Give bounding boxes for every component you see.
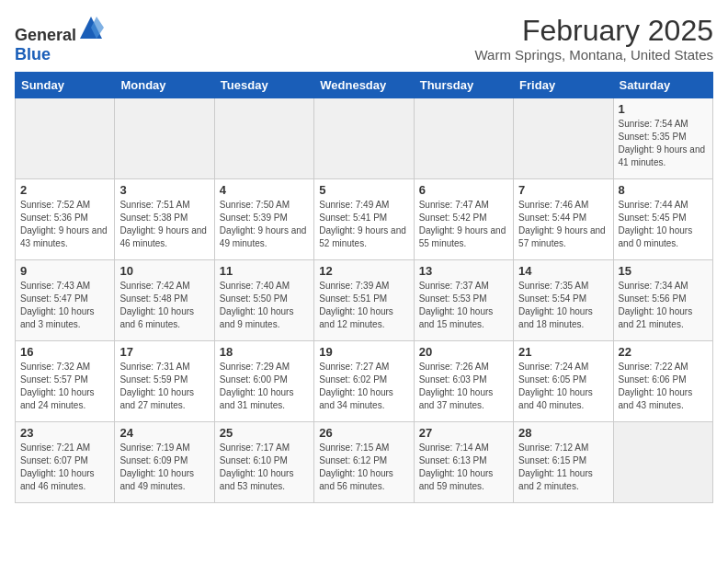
- calendar-cell: 4Sunrise: 7:50 AM Sunset: 5:39 PM Daylig…: [214, 179, 313, 260]
- day-number: 25: [220, 426, 309, 440]
- header-monday: Monday: [115, 73, 214, 98]
- calendar-cell: 1Sunrise: 7:54 AM Sunset: 5:35 PM Daylig…: [613, 98, 712, 179]
- calendar-week-3: 9Sunrise: 7:43 AM Sunset: 5:47 PM Daylig…: [16, 260, 713, 341]
- day-number: 20: [419, 345, 508, 359]
- calendar-cell: 20Sunrise: 7:26 AM Sunset: 6:03 PM Dayli…: [414, 341, 513, 422]
- day-number: 27: [419, 426, 508, 440]
- calendar-week-5: 23Sunrise: 7:21 AM Sunset: 6:07 PM Dayli…: [16, 422, 713, 503]
- day-info: Sunrise: 7:34 AM Sunset: 5:56 PM Dayligh…: [619, 280, 708, 331]
- day-number: 2: [20, 183, 109, 197]
- calendar-cell: 25Sunrise: 7:17 AM Sunset: 6:10 PM Dayli…: [214, 422, 313, 503]
- day-number: 10: [119, 264, 209, 278]
- calendar-cell: 14Sunrise: 7:35 AM Sunset: 5:54 PM Dayli…: [514, 260, 613, 341]
- calendar-cell: [16, 98, 115, 179]
- calendar-cell: 8Sunrise: 7:44 AM Sunset: 5:45 PM Daylig…: [613, 179, 712, 260]
- calendar-cell: 2Sunrise: 7:52 AM Sunset: 5:36 PM Daylig…: [16, 179, 115, 260]
- calendar-cell: 21Sunrise: 7:24 AM Sunset: 6:05 PM Dayli…: [514, 341, 613, 422]
- logo-text: General Blue: [15, 15, 104, 64]
- calendar-cell: 18Sunrise: 7:29 AM Sunset: 6:00 PM Dayli…: [214, 341, 313, 422]
- day-info: Sunrise: 7:29 AM Sunset: 6:00 PM Dayligh…: [220, 361, 309, 412]
- calendar-cell: [115, 98, 214, 179]
- day-number: 11: [220, 264, 309, 278]
- calendar-cell: 27Sunrise: 7:14 AM Sunset: 6:13 PM Dayli…: [414, 422, 513, 503]
- calendar-cell: [314, 98, 414, 179]
- calendar-title: February 2025: [474, 15, 713, 47]
- day-info: Sunrise: 7:17 AM Sunset: 6:10 PM Dayligh…: [220, 442, 309, 493]
- day-info: Sunrise: 7:49 AM Sunset: 5:41 PM Dayligh…: [319, 199, 408, 250]
- day-number: 19: [319, 345, 408, 359]
- day-number: 9: [20, 264, 109, 278]
- day-number: 26: [319, 426, 408, 440]
- calendar-cell: 9Sunrise: 7:43 AM Sunset: 5:47 PM Daylig…: [16, 260, 115, 341]
- header-thursday: Thursday: [414, 73, 513, 98]
- calendar-cell: 28Sunrise: 7:12 AM Sunset: 6:15 PM Dayli…: [514, 422, 613, 503]
- calendar-cell: 12Sunrise: 7:39 AM Sunset: 5:51 PM Dayli…: [314, 260, 414, 341]
- calendar-cell: 3Sunrise: 7:51 AM Sunset: 5:38 PM Daylig…: [115, 179, 214, 260]
- header-saturday: Saturday: [613, 73, 712, 98]
- calendar-cell: 6Sunrise: 7:47 AM Sunset: 5:42 PM Daylig…: [414, 179, 513, 260]
- day-info: Sunrise: 7:24 AM Sunset: 6:05 PM Dayligh…: [518, 361, 608, 412]
- day-info: Sunrise: 7:43 AM Sunset: 5:47 PM Dayligh…: [20, 280, 109, 331]
- calendar-cell: 15Sunrise: 7:34 AM Sunset: 5:56 PM Dayli…: [613, 260, 712, 341]
- day-number: 5: [319, 183, 408, 197]
- logo-icon: [78, 15, 104, 40]
- day-info: Sunrise: 7:47 AM Sunset: 5:42 PM Dayligh…: [419, 199, 508, 250]
- day-info: Sunrise: 7:12 AM Sunset: 6:15 PM Dayligh…: [518, 442, 608, 493]
- calendar-cell: [514, 98, 613, 179]
- day-info: Sunrise: 7:50 AM Sunset: 5:39 PM Dayligh…: [220, 199, 309, 250]
- day-info: Sunrise: 7:22 AM Sunset: 6:06 PM Dayligh…: [619, 361, 708, 412]
- day-number: 28: [518, 426, 608, 440]
- calendar-cell: [214, 98, 313, 179]
- day-number: 3: [119, 183, 209, 197]
- day-info: Sunrise: 7:14 AM Sunset: 6:13 PM Dayligh…: [419, 442, 508, 493]
- calendar-subtitle: Warm Springs, Montana, United States: [474, 47, 713, 63]
- day-number: 12: [319, 264, 408, 278]
- day-info: Sunrise: 7:26 AM Sunset: 6:03 PM Dayligh…: [419, 361, 508, 412]
- day-number: 15: [619, 264, 708, 278]
- calendar-cell: 22Sunrise: 7:22 AM Sunset: 6:06 PM Dayli…: [613, 341, 712, 422]
- calendar-week-4: 16Sunrise: 7:32 AM Sunset: 5:57 PM Dayli…: [16, 341, 713, 422]
- calendar-week-1: 1Sunrise: 7:54 AM Sunset: 5:35 PM Daylig…: [16, 98, 713, 179]
- day-number: 17: [119, 345, 209, 359]
- day-info: Sunrise: 7:19 AM Sunset: 6:09 PM Dayligh…: [119, 442, 209, 493]
- header-sunday: Sunday: [16, 73, 115, 98]
- calendar-cell: 17Sunrise: 7:31 AM Sunset: 5:59 PM Dayli…: [115, 341, 214, 422]
- day-info: Sunrise: 7:46 AM Sunset: 5:44 PM Dayligh…: [518, 199, 608, 250]
- day-info: Sunrise: 7:40 AM Sunset: 5:50 PM Dayligh…: [220, 280, 309, 331]
- calendar-header-row: SundayMondayTuesdayWednesdayThursdayFrid…: [16, 73, 713, 98]
- day-info: Sunrise: 7:27 AM Sunset: 6:02 PM Dayligh…: [319, 361, 408, 412]
- title-block: February 2025 Warm Springs, Montana, Uni…: [474, 15, 713, 63]
- day-number: 8: [619, 183, 708, 197]
- calendar-cell: 26Sunrise: 7:15 AM Sunset: 6:12 PM Dayli…: [314, 422, 414, 503]
- calendar-cell: 23Sunrise: 7:21 AM Sunset: 6:07 PM Dayli…: [16, 422, 115, 503]
- day-number: 16: [20, 345, 109, 359]
- calendar-cell: 19Sunrise: 7:27 AM Sunset: 6:02 PM Dayli…: [314, 341, 414, 422]
- calendar-cell: 11Sunrise: 7:40 AM Sunset: 5:50 PM Dayli…: [214, 260, 313, 341]
- logo-blue: Blue: [15, 45, 51, 63]
- calendar-cell: 10Sunrise: 7:42 AM Sunset: 5:48 PM Dayli…: [115, 260, 214, 341]
- calendar-cell: [414, 98, 513, 179]
- calendar-table: SundayMondayTuesdayWednesdayThursdayFrid…: [15, 72, 713, 503]
- day-info: Sunrise: 7:44 AM Sunset: 5:45 PM Dayligh…: [619, 199, 708, 250]
- day-info: Sunrise: 7:39 AM Sunset: 5:51 PM Dayligh…: [319, 280, 408, 331]
- day-info: Sunrise: 7:31 AM Sunset: 5:59 PM Dayligh…: [119, 361, 209, 412]
- day-number: 18: [220, 345, 309, 359]
- header-wednesday: Wednesday: [314, 73, 414, 98]
- day-number: 6: [419, 183, 508, 197]
- calendar-week-2: 2Sunrise: 7:52 AM Sunset: 5:36 PM Daylig…: [16, 179, 713, 260]
- calendar-cell: 24Sunrise: 7:19 AM Sunset: 6:09 PM Dayli…: [115, 422, 214, 503]
- header-tuesday: Tuesday: [214, 73, 313, 98]
- day-info: Sunrise: 7:54 AM Sunset: 5:35 PM Dayligh…: [619, 118, 708, 169]
- calendar-cell: 7Sunrise: 7:46 AM Sunset: 5:44 PM Daylig…: [514, 179, 613, 260]
- day-number: 24: [119, 426, 209, 440]
- calendar-cell: 13Sunrise: 7:37 AM Sunset: 5:53 PM Dayli…: [414, 260, 513, 341]
- logo-general: General: [15, 26, 76, 44]
- calendar-cell: 16Sunrise: 7:32 AM Sunset: 5:57 PM Dayli…: [16, 341, 115, 422]
- day-info: Sunrise: 7:52 AM Sunset: 5:36 PM Dayligh…: [20, 199, 109, 250]
- day-info: Sunrise: 7:42 AM Sunset: 5:48 PM Dayligh…: [119, 280, 209, 331]
- day-number: 23: [20, 426, 109, 440]
- day-number: 13: [419, 264, 508, 278]
- day-number: 21: [518, 345, 608, 359]
- day-number: 4: [220, 183, 309, 197]
- logo: General Blue: [15, 15, 104, 64]
